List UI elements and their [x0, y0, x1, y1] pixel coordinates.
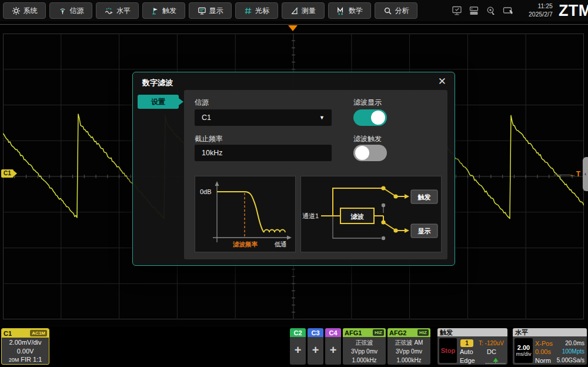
channel-c2-tile[interactable]: C2 + — [290, 328, 306, 365]
cursor-icon — [244, 6, 252, 15]
dialog-content-panel: 信源 C1 ▼ 截止频率 10kHz 滤波显示 滤波触发 0dB 滤波频率 — [184, 90, 447, 259]
toolbar-button-math[interactable]: 数学 — [328, 2, 371, 19]
afg2-frequency: 1.000kHz — [387, 356, 430, 365]
channel-c1-tile[interactable]: C1 AC1M 2.00mV/div 0.00V 20M FIR 1:1 — [1, 328, 49, 365]
brand-logo: ZTMI — [559, 2, 588, 20]
source-dropdown[interactable]: C1 ▼ — [195, 109, 332, 126]
bottom-status-bar: C1 AC1M 2.00mV/div 0.00V 20M FIR 1:1 C2 … — [0, 327, 588, 367]
routing-trigger-label: 触发 — [417, 193, 431, 201]
trigger-mode: Stop — [441, 347, 455, 354]
timebase-box[interactable]: 2.00 ms/div — [514, 338, 533, 363]
trigger-mode-box[interactable]: Stop — [439, 338, 457, 363]
clock-time: 11:25 — [529, 2, 553, 11]
toolbar-button-label: 分析 — [395, 6, 409, 16]
filter-display-label: 滤波显示 — [353, 98, 382, 108]
toolbar-button-horizontal[interactable]: 水平 — [96, 2, 139, 19]
filter-display-toggle[interactable] — [353, 109, 387, 126]
afg1-tile[interactable]: AFG1 HiZ 正弦波 3Vpp 0mv 1.000kHz — [343, 328, 386, 365]
trigger-tile-title: 触发 — [437, 328, 507, 336]
gear-icon — [12, 6, 21, 15]
filter-block-label: 滤波 — [350, 213, 365, 220]
c1-coupling-badge: AC1M — [30, 330, 47, 336]
filter-trigger-toggle[interactable] — [353, 145, 387, 161]
response-curve — [217, 192, 264, 232]
toolbar-button-cursor[interactable]: 光标 — [235, 2, 278, 19]
afg1-frequency: 1.000kHz — [343, 356, 386, 365]
timebase-scale: 2.00 — [517, 344, 530, 351]
top-toolbar: 系统 信源 水平 触发 显示 光标 测量 数学 分析 11:25 202 — [0, 0, 588, 21]
afg1-amplitude: 3Vpp 0mv — [343, 347, 386, 356]
toolbar-button-source[interactable]: 信源 — [49, 2, 92, 19]
c1-name: C1 — [4, 330, 12, 337]
toolbar-button-analyze[interactable]: 分析 — [375, 2, 417, 19]
c1-bandwidth: 20M — [9, 357, 19, 363]
c1-flags: 20M FIR 1:1 — [2, 355, 49, 365]
c3-name: C3 — [311, 329, 319, 336]
trigger-position-marker[interactable] — [288, 25, 298, 31]
c1-probe: 1:1 — [33, 356, 42, 363]
toolbar-button-label: 显示 — [209, 6, 223, 16]
tab-settings[interactable]: 设置 — [138, 95, 179, 109]
source-value: C1 — [202, 114, 211, 122]
toggle-knob — [355, 146, 369, 160]
rising-edge-icon — [485, 357, 506, 365]
afg2-waveform: 正弦波 AM — [387, 338, 430, 347]
trigger-flag-icon — [151, 6, 159, 15]
cutoff-input[interactable]: 10kHz — [195, 145, 332, 161]
c2-add-button[interactable]: + — [290, 337, 306, 363]
c3-add-button[interactable]: + — [308, 337, 323, 363]
storage-icon — [469, 6, 480, 16]
clock-date: 2025/2/7 — [529, 11, 553, 19]
chevron-down-icon: ▼ — [319, 115, 325, 121]
arrow-to-trigger-icon — [405, 194, 409, 199]
afg1-impedance-badge: HiZ — [373, 329, 384, 336]
touch-icon — [486, 6, 497, 16]
horizontal-status-tile[interactable]: 水平 2.00 ms/div X-Pos 0.00s Norm 20.0ms 1… — [513, 328, 587, 365]
trigger-level-value: T: -120uV — [479, 340, 504, 346]
toolbar-button-label: 信源 — [70, 6, 84, 16]
gesture-icon — [503, 6, 514, 16]
filter-routing-diagram: 滤波 通道1 触发 显示 — [300, 176, 442, 252]
horizontal-tile-title: 水平 — [513, 328, 587, 336]
toolbar-button-trigger[interactable]: 触发 — [142, 2, 185, 19]
close-icon[interactable]: ✕ — [438, 75, 446, 88]
sample-rate: 5.00GSa/s — [548, 357, 584, 363]
digital-filter-dialog: 数字滤波 ✕ 设置 信源 C1 ▼ 截止频率 10kHz 滤波显示 滤波触发 — [132, 72, 455, 266]
filter-response-graph: 0dB 滤波频率 低通 — [195, 176, 296, 252]
toolbar-button-display[interactable]: 显示 — [189, 2, 232, 19]
c4-add-button[interactable]: + — [325, 337, 341, 363]
horizontal-icon — [104, 6, 113, 15]
afg2-amplitude: 3Vpp 0mv — [387, 347, 430, 356]
side-panel-handle[interactable]: ‹ — [583, 157, 588, 191]
toolbar-button-label: 水平 — [116, 6, 131, 16]
time-span: 20.0ms — [553, 340, 584, 346]
toolbar-button-measure[interactable]: 测量 — [282, 2, 325, 19]
toolbar-button-label: 数学 — [349, 6, 363, 16]
clock: 11:25 2025/2/7 — [529, 2, 553, 18]
zero-db-label: 0dB — [200, 188, 212, 195]
toggle-knob — [371, 111, 385, 125]
trigger-level-marker[interactable]: ←T — [569, 170, 580, 178]
c1-offset: 0.00V — [2, 347, 49, 356]
trigger-level-line — [554, 175, 570, 175]
lowpass-label: 低通 — [275, 241, 287, 248]
xpos-value: 0.00s — [535, 348, 551, 355]
arrow-to-display-icon — [405, 228, 409, 233]
afg2-name: AFG2 — [389, 329, 406, 336]
status-icons — [452, 6, 514, 16]
c1-ground-marker[interactable]: C1 — [1, 169, 14, 178]
toolbar-button-system[interactable]: 系统 — [3, 2, 46, 19]
toolbar-button-label: 触发 — [162, 6, 176, 16]
afg2-tile[interactable]: AFG2 HiZ 正弦波 AM 3Vpp 0mv 1.000kHz — [387, 328, 430, 365]
routing-display-label: 显示 — [418, 228, 431, 235]
channel-c4-tile[interactable]: C4 + — [325, 328, 341, 365]
memory-depth: 100Mpts — [553, 348, 584, 355]
channel-c3-tile[interactable]: C3 + — [308, 328, 323, 365]
trigger-status-tile[interactable]: 触发 Stop 1 T: -120uV Auto DC Edge — [437, 328, 507, 365]
trigger-sweep-mode: Auto — [460, 348, 473, 355]
xpos-label: X-Pos — [535, 340, 553, 347]
filter-trigger-label: 滤波触发 — [353, 134, 382, 144]
trigger-coupling: DC — [487, 348, 496, 355]
trigger-source-badge: 1 — [460, 339, 473, 347]
c1-filter: FIR — [21, 356, 31, 363]
